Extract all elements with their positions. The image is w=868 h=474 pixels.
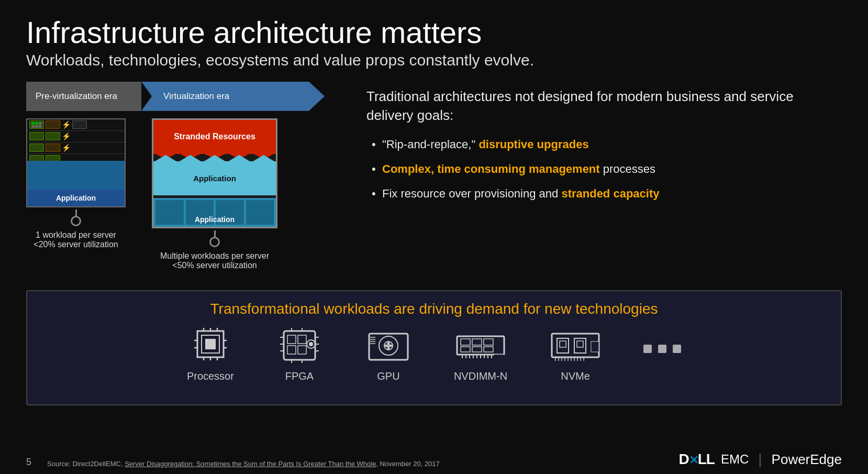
fpga-icon <box>276 326 323 365</box>
virt-box: Stranded Resources <box>152 118 277 228</box>
source-date: , November 20, 2017 <box>376 460 439 468</box>
connector-right <box>209 230 220 247</box>
teeth-top <box>153 155 276 162</box>
bullet-list: "Rip-and-replace," disruptive upgrades C… <box>366 136 842 202</box>
stranded-area: Stranded Resources <box>153 120 276 154</box>
caption-left-line2: <20% server utilization <box>34 240 118 249</box>
tech-item-dots <box>643 339 681 369</box>
bullet-highlight-2: Complex, time consuming management <box>382 162 600 175</box>
tech-label-fpga: FPGA <box>285 370 314 382</box>
bullet-prefix-1: "Rip-and-replace," <box>382 138 478 151</box>
dell-brand: D✕LL <box>679 451 715 468</box>
main-title: Infrastructure architecture matters <box>26 16 842 49</box>
rack-chip-3 <box>46 132 60 140</box>
nvme-icon <box>549 326 602 365</box>
tooth-up-5 <box>251 155 276 162</box>
separator: | <box>758 451 762 468</box>
rack-lightning: ⚡ <box>62 120 71 129</box>
gpu-icon <box>365 326 412 365</box>
era-pre-virt-label: Pre-virtualization era <box>36 91 117 102</box>
emc-brand: EMC <box>721 452 749 467</box>
diagram-right: Stranded Resources <box>152 118 277 270</box>
connector-circle <box>71 216 81 226</box>
caption-right: Multiple workloads per server <50% serve… <box>160 251 269 270</box>
footer: 5 Source: Direct2DellEMC, Server Disaggr… <box>26 451 842 468</box>
era-virt-label: Virtualization era <box>157 91 229 102</box>
virt-bottom: Application <box>153 198 276 227</box>
era-virt: Virtualization era <box>141 82 325 111</box>
tech-label-gpu: GPU <box>377 370 399 382</box>
sub-title: Workloads, technologies, ecosystems and … <box>26 51 842 69</box>
era-pre-virt: Pre-virtualization era <box>26 82 141 111</box>
svg-rect-58 <box>560 341 566 347</box>
tech-item-gpu: GPU <box>365 326 412 382</box>
brand-logo: D✕LL EMC | PowerEdge <box>679 451 842 468</box>
cpu-icon <box>187 326 234 365</box>
svg-rect-15 <box>298 335 306 344</box>
connector-line <box>75 210 77 216</box>
svg-rect-42 <box>472 347 482 352</box>
stranded-label: Stranded Resources <box>174 132 255 141</box>
svg-rect-43 <box>484 347 493 352</box>
rack-row-3: ⚡ <box>27 142 125 154</box>
tooth-up-2 <box>178 155 203 162</box>
svg-rect-38 <box>461 339 470 345</box>
rack-chip-2 <box>29 132 44 140</box>
rack-lightning-3: ⚡ <box>62 144 71 152</box>
dots-icon <box>643 339 681 353</box>
bullet-suffix-2: processes <box>600 162 655 175</box>
era-arrow-header: Pre-virtualization era Virtualization er… <box>26 82 325 111</box>
diagrams-section: Pre-virtualization era Virtualization er… <box>26 82 335 281</box>
svg-rect-41 <box>461 347 470 352</box>
caption-right-line1: Multiple workloads per server <box>160 251 269 260</box>
rack-app-text: Application <box>56 194 96 202</box>
server-rack-icon: ⚡ ⚡ ⚡ <box>26 118 126 207</box>
rack-chip-orange <box>46 120 60 129</box>
source-prefix: Source: Direct2DellEMC, <box>47 460 125 468</box>
rack-row-2: ⚡ <box>27 131 125 142</box>
svg-rect-14 <box>287 335 296 344</box>
bullet-highlight-1: disruptive upgrades <box>478 138 588 151</box>
connector-line-right <box>214 230 216 237</box>
rack-app-bar: Application <box>27 190 125 206</box>
rack-chip-5 <box>46 144 60 152</box>
slide: Infrastructure architecture matters Work… <box>0 0 868 474</box>
caption-right-line2: <50% server utilization <box>172 261 257 270</box>
tech-item-fpga: FPGA <box>276 326 323 382</box>
tech-label-nvdimm: NVDIMM-N <box>454 370 507 382</box>
caption-left-line1: 1 workload per server <box>36 230 116 239</box>
svg-rect-61 <box>591 341 599 352</box>
rack-chip-4 <box>29 144 44 152</box>
svg-rect-16 <box>287 346 296 354</box>
dot-1 <box>643 345 652 353</box>
rack-chip <box>29 120 44 129</box>
svg-rect-2 <box>205 339 216 349</box>
svg-rect-59 <box>574 338 586 353</box>
bullet-item-2: Complex, time consuming management proce… <box>366 160 842 178</box>
nvdimm-icon <box>454 326 507 365</box>
dot-3 <box>673 345 681 353</box>
svg-rect-55 <box>494 355 504 359</box>
virt-app-middle: Application <box>153 161 276 195</box>
dot-2 <box>658 345 666 353</box>
connector-circle-right <box>209 237 220 247</box>
rack-row-1: ⚡ <box>27 119 125 131</box>
source-link[interactable]: Server Disaggregation: Sometimes the Sum… <box>125 460 376 468</box>
rack-lightning-2: ⚡ <box>62 132 71 140</box>
text-intro: Traditional architectures not designed f… <box>366 87 842 125</box>
tooth-up-4 <box>227 155 251 162</box>
diagram-left: ⚡ ⚡ ⚡ <box>26 118 126 270</box>
bullet-highlight-3: stranded capacity <box>561 187 659 200</box>
page-number: 5 <box>26 457 31 468</box>
svg-rect-39 <box>472 339 482 345</box>
tech-item-nvdimm: NVDIMM-N <box>454 326 507 382</box>
virt-app-top-label: Application <box>193 174 236 183</box>
virt-app-bottom-label: Application <box>153 215 276 224</box>
bullet-item-1: "Rip-and-replace," disruptive upgrades <box>366 136 842 153</box>
svg-rect-40 <box>484 339 493 345</box>
poweredge-brand: PowerEdge <box>772 451 842 468</box>
text-section: Traditional architectures not designed f… <box>356 82 842 281</box>
rack-water <box>27 161 125 190</box>
tech-label-nvme: NVMe <box>561 370 590 382</box>
bullet-prefix-3: Fix resource over provisioning and <box>382 187 561 200</box>
